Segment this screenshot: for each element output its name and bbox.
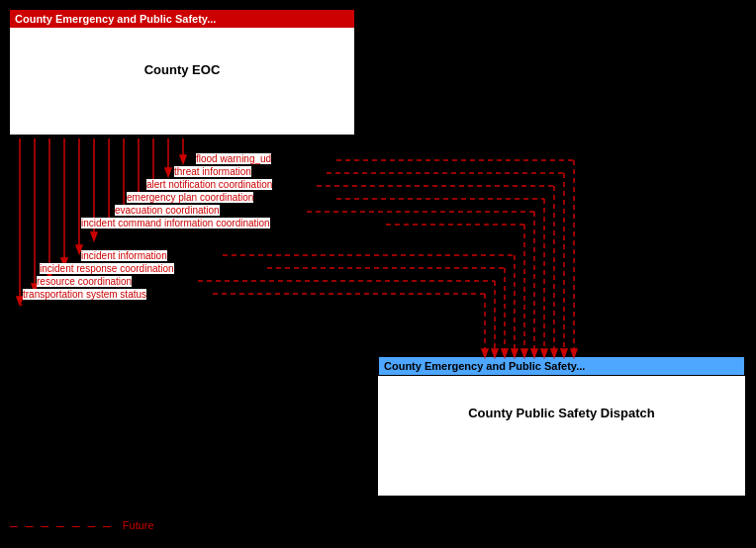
svg-marker-23 xyxy=(180,155,186,163)
svg-marker-21 xyxy=(165,168,171,176)
flow-label-transport-status: transportation system status xyxy=(23,289,146,300)
county-dispatch-header: County Emergency and Public Safety... xyxy=(378,356,745,376)
flow-label-resource-coord: resource coordination xyxy=(37,276,132,287)
county-eoc-box: County Emergency and Public Safety... Co… xyxy=(8,8,356,137)
county-eoc-title: County EOC xyxy=(10,62,354,77)
flow-label-evacuation: evacuation coordination xyxy=(115,205,220,216)
legend: – – – – – – – Future xyxy=(10,517,154,533)
svg-marker-11 xyxy=(91,232,97,240)
flow-label-threat-info: threat information xyxy=(174,166,251,177)
flow-label-incident-info: incident information xyxy=(81,250,167,261)
flow-label-emergency-plan: emergency plan coordination xyxy=(127,192,253,203)
county-dispatch-title: County Public Safety Dispatch xyxy=(378,406,745,420)
county-eoc-header: County Emergency and Public Safety... xyxy=(10,10,354,28)
diagram-container: County Emergency and Public Safety... Co… xyxy=(0,0,756,548)
flow-label-incident-command: incident command information coordinatio… xyxy=(81,218,270,228)
legend-label: Future xyxy=(123,519,154,531)
county-dispatch-box: County Emergency and Public Safety... Co… xyxy=(376,354,747,498)
flow-label-alert-notification: alert notification coordination xyxy=(146,179,272,190)
flow-label-flood-warning: flood warning_ud xyxy=(196,153,271,164)
legend-line: – – – – – – – xyxy=(10,517,113,533)
flow-label-incident-response: incident response coordination xyxy=(40,263,174,274)
